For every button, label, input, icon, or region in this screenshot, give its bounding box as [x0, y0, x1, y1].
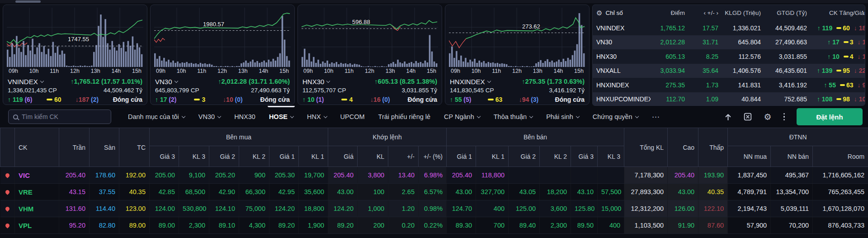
intraday-chart[interactable]: 273.62: [449, 8, 585, 67]
tab-trai-phieu-rieng-le[interactable]: Trái phiếu riêng lẻ: [373, 106, 437, 128]
col-header-room[interactable]: Room: [813, 146, 868, 167]
ask1-price-cell[interactable]: 205.40: [447, 167, 476, 184]
col-header-gia-khop[interactable]: Giá: [328, 146, 358, 167]
tab-danh-muc-cua-toi[interactable]: Danh mục của tôi: [122, 106, 191, 128]
ask2-volume-cell[interactable]: 2,300: [540, 217, 571, 234]
col-header-gia2-mua[interactable]: Giá 2: [209, 146, 239, 167]
symbol-cell[interactable]: VRE: [15, 184, 59, 200]
ask2-volume-cell[interactable]: 3,600: [540, 200, 571, 217]
index-name-dropdown[interactable]: HNX30: [302, 78, 330, 86]
bid3-volume-cell[interactable]: 2,300: [179, 217, 209, 234]
ask3-price-cell[interactable]: 125.80: [571, 200, 598, 217]
pin-cell[interactable]: [0, 167, 15, 184]
ask2-price-cell[interactable]: 89.40: [509, 217, 540, 234]
bid3-price-cell[interactable]: 42.85: [150, 184, 179, 200]
intraday-chart[interactable]: 1747.55: [7, 8, 143, 67]
tab-hose[interactable]: HOSE: [263, 106, 299, 128]
bid2-price-cell[interactable]: 89.10: [209, 217, 239, 234]
col-header-gia3-mua[interactable]: Giá 3: [150, 146, 179, 167]
ask2-price-cell[interactable]: 43.05: [509, 184, 540, 200]
bid2-volume-cell[interactable]: 75,000: [239, 200, 269, 217]
ask1-volume-cell[interactable]: 700: [476, 217, 509, 234]
bid3-price-cell[interactable]: 124.00: [150, 200, 179, 217]
col-header-tran[interactable]: Trần: [59, 128, 90, 167]
bid3-price-cell[interactable]: 89.00: [150, 217, 179, 234]
pin-cell[interactable]: [0, 217, 15, 234]
col-header-ck[interactable]: CK: [15, 128, 59, 167]
ask3-volume-cell[interactable]: 400: [598, 217, 624, 234]
index-row-hnx30[interactable]: HNX30 605.13 8.25 112.576 3,031.855 ↑ 10…: [593, 49, 865, 64]
upload-icon[interactable]: [724, 113, 732, 121]
export-excel-icon[interactable]: [744, 113, 752, 121]
tab-phai-sinh[interactable]: Phái sinh: [540, 106, 585, 128]
bid2-price-cell[interactable]: 42.90: [209, 184, 239, 200]
match-price-cell[interactable]: 124.20: [328, 200, 358, 217]
bid3-volume-cell[interactable]: 530,800: [179, 200, 209, 217]
bid3-volume-cell[interactable]: 9,100: [179, 167, 209, 184]
col-header-kl3-mua[interactable]: KL 3: [179, 146, 209, 167]
index-name-dropdown[interactable]: HNXINDEX: [450, 78, 491, 86]
place-order-button[interactable]: Đặt lệnh: [797, 108, 863, 125]
ask1-price-cell[interactable]: 43.00: [447, 184, 476, 200]
ask1-volume-cell[interactable]: 400: [476, 200, 509, 217]
col-header-chg[interactable]: +/-: [388, 146, 419, 167]
gear-icon[interactable]: ⚙: [596, 10, 602, 16]
ask3-price-cell[interactable]: 43.10: [571, 184, 598, 200]
ask3-volume-cell[interactable]: 15,000: [598, 200, 624, 217]
col-header-san[interactable]: Sàn: [90, 128, 119, 167]
bid1-price-cell[interactable]: 205.30: [269, 167, 299, 184]
tab-hnx[interactable]: HNX: [301, 106, 333, 128]
kebab-menu-icon[interactable]: [783, 113, 785, 121]
symbol-cell[interactable]: VHM: [15, 200, 59, 217]
col-header-tc[interactable]: TC: [119, 128, 150, 167]
ask3-volume-cell[interactable]: 57,500: [598, 184, 624, 200]
intraday-chart[interactable]: 596.88: [302, 8, 438, 67]
col-header-chg-pct[interactable]: +/- (%): [419, 146, 447, 167]
col-header-kl2-mua[interactable]: KL 2: [239, 146, 269, 167]
ask2-price-cell[interactable]: 125.00: [509, 200, 540, 217]
index-name-dropdown[interactable]: VN30: [155, 78, 178, 86]
col-header-nn-mua[interactable]: NN mua: [728, 146, 771, 167]
col-header-kl3-ban[interactable]: KL 3: [598, 146, 624, 167]
ask2-volume-cell[interactable]: 18,200: [540, 184, 571, 200]
col-header-kl-khop[interactable]: KL: [358, 146, 388, 167]
ask3-price-cell[interactable]: 89.50: [571, 217, 598, 234]
tab-hnx30[interactable]: HNX30: [228, 106, 261, 128]
bid1-price-cell[interactable]: 89.20: [269, 217, 299, 234]
index-row-vn30[interactable]: VN30 2,012.28 31.71 645.804 27,490.663 ↑…: [593, 35, 865, 50]
bid1-volume-cell[interactable]: 18,800: [299, 200, 328, 217]
index-name-dropdown[interactable]: VNINDEX: [8, 78, 43, 86]
index-row-vnxall[interactable]: VNXALL 3,033.94 35.64 1,406.576 46,435.6…: [593, 64, 865, 78]
bid3-price-cell[interactable]: 205.00: [150, 167, 179, 184]
ask1-price-cell[interactable]: 124.70: [447, 200, 476, 217]
bid2-volume-cell[interactable]: 900: [239, 167, 269, 184]
tab-cp-nganh[interactable]: CP Ngành: [438, 106, 486, 128]
tab-chung-quyen[interactable]: Chứng quyền: [587, 106, 644, 128]
ask3-volume-cell[interactable]: [598, 167, 624, 184]
more-tabs-button[interactable]: ⋯: [646, 106, 666, 128]
top-scrollbar[interactable]: [0, 0, 868, 3]
match-price-cell[interactable]: 89.20: [328, 217, 358, 234]
match-price-cell[interactable]: 205.40: [328, 167, 358, 184]
col-header-gia1-mua[interactable]: Giá 1: [269, 146, 299, 167]
bid2-price-cell[interactable]: 205.20: [209, 167, 239, 184]
pin-cell[interactable]: [0, 184, 15, 200]
search-box[interactable]: [8, 109, 111, 124]
search-input[interactable]: [22, 113, 106, 120]
col-header-kl1-mua[interactable]: KL 1: [299, 146, 328, 167]
col-header-cao[interactable]: Cao: [668, 128, 698, 167]
index-row-vnindex[interactable]: VNINDEX 1,765.12 17.57 1,336.021 44,509.…: [593, 21, 865, 35]
bid1-price-cell[interactable]: 124.20: [269, 200, 299, 217]
intraday-chart[interactable]: 1980.57: [154, 8, 291, 67]
col-header-kl2-ban[interactable]: KL 2: [540, 146, 571, 167]
match-price-cell[interactable]: 43.00: [328, 184, 358, 200]
col-header-tong-kl[interactable]: Tổng KL: [624, 128, 668, 167]
index-row-hnxupcomindex[interactable]: HNXUPCOMINDEX 112.70 1.09 40.844 752.685…: [593, 92, 865, 106]
ask2-price-cell[interactable]: [509, 167, 540, 184]
col-header-kl1-ban[interactable]: KL 1: [476, 146, 509, 167]
bid2-volume-cell[interactable]: 4,300: [239, 217, 269, 234]
pin-cell[interactable]: [0, 200, 15, 217]
bid2-price-cell[interactable]: 124.10: [209, 200, 239, 217]
col-header-gia1-ban[interactable]: Giá 1: [447, 146, 476, 167]
bid3-volume-cell[interactable]: 68,500: [179, 184, 209, 200]
